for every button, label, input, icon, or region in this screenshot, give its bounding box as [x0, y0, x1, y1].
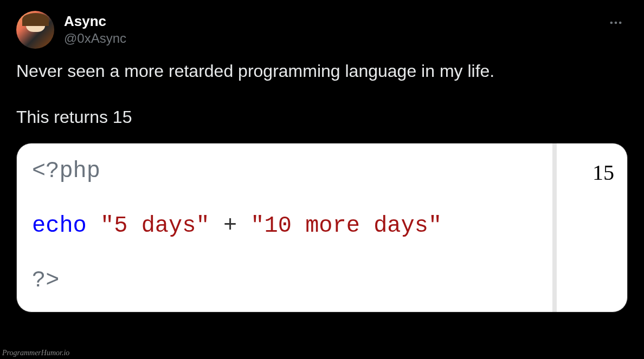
- display-name[interactable]: Async: [64, 13, 604, 30]
- svg-point-0: [610, 22, 613, 24]
- user-info: Async @0xAsync: [64, 11, 604, 47]
- tweet-line-2: This returns 15: [16, 106, 628, 129]
- tweet-header: Async @0xAsync: [16, 11, 628, 49]
- user-handle[interactable]: @0xAsync: [64, 30, 604, 47]
- string-literal-1: "5 days": [100, 213, 210, 239]
- more-icon: [608, 15, 623, 30]
- more-options-button[interactable]: [604, 11, 628, 35]
- code-output-panel: 15: [557, 143, 627, 312]
- svg-point-1: [615, 22, 617, 24]
- php-open-tag: <?php: [32, 154, 537, 188]
- output-value: 15: [593, 160, 614, 185]
- tweet-line-1: Never seen a more retarded programming l…: [16, 60, 628, 83]
- avatar[interactable]: [16, 11, 54, 49]
- php-close-tag: ?>: [32, 264, 537, 298]
- plus-operator: +: [210, 213, 251, 239]
- keyword-echo: echo: [32, 213, 87, 239]
- code-image-card[interactable]: <?php echo "5 days" + "10 more days" ?> …: [16, 143, 628, 312]
- code-source-panel: <?php echo "5 days" + "10 more days" ?>: [17, 143, 557, 312]
- string-literal-2: "10 more days": [250, 213, 442, 239]
- php-echo-line: echo "5 days" + "10 more days": [32, 209, 537, 243]
- tweet-container: Async @0xAsync Never seen a more retarde…: [0, 0, 644, 323]
- watermark: ProgrammerHumor.io: [2, 349, 69, 357]
- tweet-text: Never seen a more retarded programming l…: [16, 60, 628, 129]
- svg-point-2: [619, 22, 622, 24]
